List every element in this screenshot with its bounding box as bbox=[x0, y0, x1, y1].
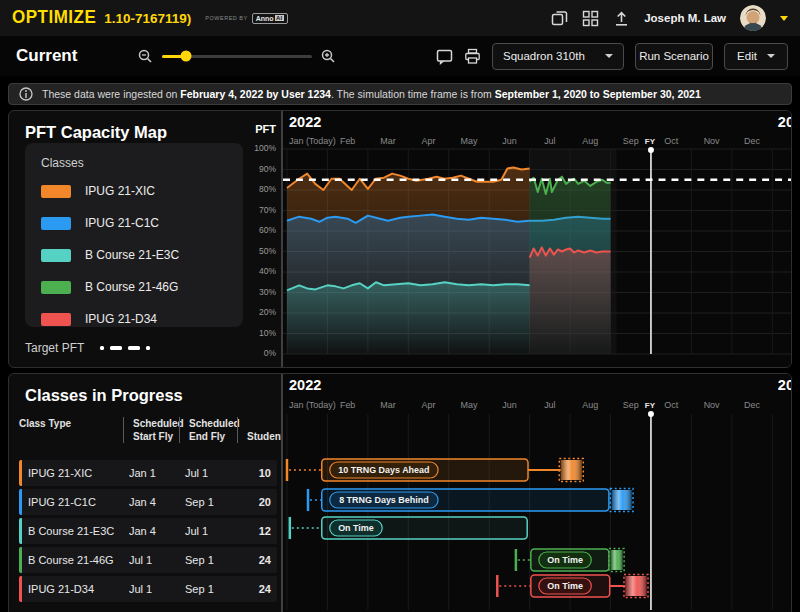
table-cell: Jul 1 bbox=[185, 467, 243, 479]
end-block-shine bbox=[611, 550, 623, 570]
timeline-zoom-slider bbox=[137, 48, 337, 65]
month-label: Jul bbox=[544, 400, 555, 410]
legend-item-xic[interactable]: IPUG 21-XIC bbox=[41, 184, 227, 198]
y-tick: 50% bbox=[259, 246, 276, 257]
capacity-chart[interactable]: Jan (Today)FebMarAprMayJunJulAugSepOctNo… bbox=[283, 133, 792, 361]
table-cell: Jul 1 bbox=[129, 583, 185, 595]
column-header: Class Type bbox=[19, 417, 123, 443]
legend-item-d34[interactable]: IPUG 21-D34 bbox=[41, 312, 227, 326]
table-body: IPUG 21-XICJan 1Jul 110IPUG 21-C1CJan 4S… bbox=[19, 460, 277, 605]
app-version: 1.10-7167119) bbox=[104, 11, 191, 26]
table-header-row: Class TypeScheduledStart FlyScheduledEnd… bbox=[19, 417, 275, 443]
run-scenario-button[interactable]: Run Scenario bbox=[635, 43, 713, 70]
month-label: Mar bbox=[380, 136, 395, 146]
target-dash-swatch bbox=[100, 346, 150, 350]
toolbar-right: Squadron 310th Run Scenario Edit bbox=[436, 43, 788, 70]
table-cell: IPUG 21-D34 bbox=[28, 583, 129, 595]
legend-swatch bbox=[41, 217, 71, 230]
slider-thumb[interactable] bbox=[181, 51, 192, 62]
gantt-chart[interactable]: Jan (Today)FebMarAprMayJunJulAugSepOctNo… bbox=[283, 396, 792, 610]
powered-by: POWERED BY Anno AI bbox=[205, 13, 287, 24]
table-cell: IPUG 21-C1C bbox=[28, 496, 129, 508]
capacity-year-row: 2022 20 bbox=[283, 111, 792, 133]
zoom-out-icon[interactable] bbox=[137, 48, 154, 65]
classes-legend: Classes IPUG 21-XICIPUG 21-C1CB Course 2… bbox=[25, 143, 243, 327]
legend-swatch bbox=[41, 185, 71, 198]
gantt-year-row: 2022 20 bbox=[283, 374, 792, 396]
y-tick: 20% bbox=[259, 307, 276, 318]
y-tick: 80% bbox=[259, 184, 276, 195]
legend-item-label: IPUG 21-XIC bbox=[85, 184, 155, 198]
edit-button[interactable]: Edit bbox=[724, 43, 788, 70]
print-icon[interactable] bbox=[464, 48, 481, 65]
month-label: Oct bbox=[664, 136, 678, 146]
month-label: Jun bbox=[502, 400, 516, 410]
slider-track[interactable] bbox=[162, 55, 312, 58]
table-row-xic[interactable]: IPUG 21-XICJan 1Jul 110 bbox=[19, 460, 277, 486]
table-cell: Jan 1 bbox=[129, 467, 185, 479]
table-cell: Jan 4 bbox=[129, 496, 185, 508]
end-block-shine bbox=[625, 576, 646, 596]
month-label: Dec bbox=[744, 400, 760, 410]
table-cell: B Course 21-E3C bbox=[28, 525, 129, 537]
series-area-d34 bbox=[530, 247, 611, 354]
table-cell: 24 bbox=[243, 583, 277, 595]
toolbar: Current Squadron 310th bbox=[0, 36, 800, 76]
upload-icon[interactable] bbox=[613, 10, 630, 27]
table-row-e3c[interactable]: B Course 21-E3CJan 4Jul 112 bbox=[19, 518, 277, 544]
legend-swatch bbox=[41, 249, 71, 262]
legend-item-label: B Course 21-46G bbox=[85, 280, 178, 294]
table-row-d34[interactable]: IPUG 21-D34Jul 1Sep 124 bbox=[19, 576, 277, 602]
month-label: May bbox=[461, 136, 478, 146]
user-menu-caret[interactable] bbox=[780, 16, 788, 21]
year-label-left: 2022 bbox=[289, 377, 321, 393]
year-label-right: 20 bbox=[778, 377, 792, 393]
y-tick: 70% bbox=[259, 205, 276, 216]
month-label: Aug bbox=[582, 136, 598, 146]
avatar[interactable] bbox=[740, 5, 766, 31]
table-cell: IPUG 21-XIC bbox=[28, 467, 129, 479]
table-cell: 10 bbox=[243, 467, 277, 479]
y-tick: 100% bbox=[254, 143, 276, 154]
grid-apps-icon[interactable] bbox=[582, 10, 599, 27]
table-cell: Jan 4 bbox=[129, 525, 185, 537]
legend-item-e3c[interactable]: B Course 21-E3C bbox=[41, 248, 227, 262]
table-cell: 24 bbox=[243, 554, 277, 566]
month-label: Jan (Today) bbox=[289, 136, 336, 146]
table-cell: Sep 1 bbox=[185, 583, 243, 595]
fy-marker bbox=[648, 147, 654, 153]
month-label: Jul bbox=[544, 136, 555, 146]
table-row-c1c[interactable]: IPUG 21-C1CJan 4Sep 120 bbox=[19, 489, 277, 515]
month-label: Feb bbox=[340, 136, 355, 146]
capacity-chart-area: 2022 20 Jan (Today)FebMarAprMayJunJulAug… bbox=[281, 111, 792, 367]
app-header: OPTIMIZE 1.10-7167119) POWERED BY Anno A… bbox=[0, 0, 800, 36]
y-tick: 40% bbox=[259, 266, 276, 277]
month-label: Nov bbox=[704, 400, 720, 410]
status-label-xic: 10 TRNG Days Ahead bbox=[338, 465, 429, 475]
legend-item-46g[interactable]: B Course 21-46G bbox=[41, 280, 227, 294]
table-row-46g[interactable]: B Course 21-46GJul 1Sep 124 bbox=[19, 547, 277, 573]
comment-icon[interactable] bbox=[436, 48, 453, 65]
table-cell: 20 bbox=[243, 496, 277, 508]
year-label-right: 20 bbox=[778, 114, 792, 130]
month-label: Oct bbox=[664, 400, 678, 410]
brand-suffix: AI bbox=[275, 15, 284, 21]
zoom-in-icon[interactable] bbox=[320, 48, 337, 65]
squadron-select[interactable]: Squadron 310th bbox=[492, 43, 624, 70]
month-label: Jun bbox=[502, 136, 516, 146]
legend-items: IPUG 21-XICIPUG 21-C1CB Course 21-E3CB C… bbox=[41, 184, 227, 326]
windows-icon[interactable] bbox=[551, 10, 568, 27]
end-block-shine bbox=[612, 490, 632, 510]
view-label: Current bbox=[16, 46, 77, 66]
month-label: Sep bbox=[623, 136, 639, 146]
info-icon bbox=[19, 87, 33, 101]
legend-item-c1c[interactable]: IPUG 21-C1C bbox=[41, 216, 227, 230]
year-label-left: 2022 bbox=[289, 114, 321, 130]
month-label: Apr bbox=[422, 400, 436, 410]
table-cell: 12 bbox=[243, 525, 277, 537]
month-label: Aug bbox=[582, 400, 598, 410]
table-cell: Jul 1 bbox=[185, 525, 243, 537]
month-label: Dec bbox=[744, 136, 760, 146]
status-label-e3c: On Time bbox=[338, 523, 374, 533]
app-logo: OPTIMIZE bbox=[12, 7, 96, 29]
